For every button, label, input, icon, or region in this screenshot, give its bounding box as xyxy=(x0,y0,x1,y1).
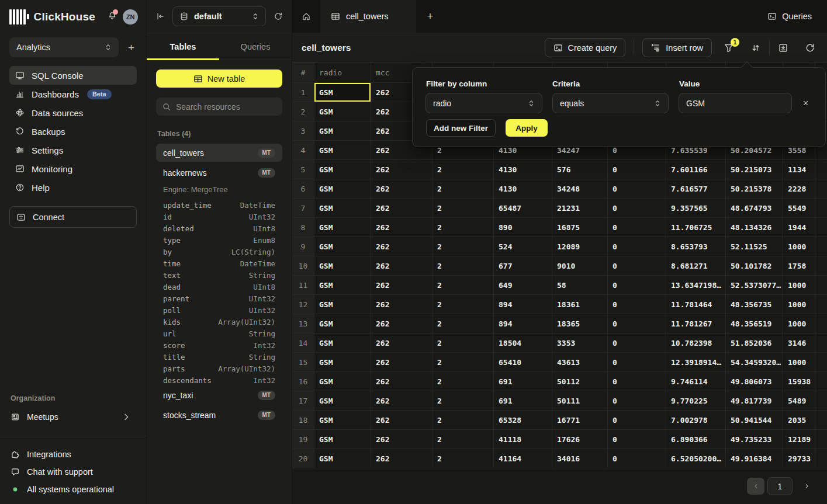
row-number[interactable]: 7 xyxy=(292,199,314,217)
grid-cell[interactable]: 49.916384 xyxy=(726,449,783,468)
grid-cell[interactable]: GSM xyxy=(314,141,371,159)
filter-button[interactable]: 1 xyxy=(724,43,734,53)
footer-item[interactable]: All systems operational xyxy=(9,481,137,498)
refresh-tables-icon[interactable] xyxy=(274,12,283,21)
grid-cell[interactable]: GSM xyxy=(314,353,371,371)
add-workspace-button[interactable]: + xyxy=(126,41,137,54)
grid-cell[interactable]: 16771 xyxy=(552,411,608,429)
grid-cell[interactable]: GSM xyxy=(314,391,371,410)
create-query-button[interactable]: Create query xyxy=(545,38,626,57)
grid-cell[interactable]: 0 xyxy=(608,179,666,198)
grid-cell[interactable]: 54.3459320… xyxy=(726,353,783,371)
prev-page-button[interactable] xyxy=(747,478,764,495)
grid-cell[interactable]: GSM xyxy=(314,199,371,217)
grid-cell[interactable]: 2 xyxy=(432,449,494,468)
explorer-tab[interactable]: Tables xyxy=(147,33,219,60)
grid-cell[interactable]: 50.215073 xyxy=(726,160,783,179)
grid-cell[interactable]: 50112 xyxy=(552,372,608,391)
grid-cell[interactable]: 1944 xyxy=(783,218,815,237)
grid-cell[interactable]: GSM xyxy=(314,237,371,256)
row-number[interactable]: 17 xyxy=(292,391,314,410)
grid-cell[interactable]: 48.674793 xyxy=(726,199,783,217)
grid-cell[interactable]: GSM xyxy=(314,333,371,352)
grid-cell[interactable]: 1000 xyxy=(783,237,815,256)
grid-header-cell[interactable]: # xyxy=(292,62,314,82)
filter-criteria-select[interactable]: equals xyxy=(552,93,669,113)
grid-cell[interactable]: 43613 xyxy=(552,353,608,371)
table-list-item[interactable]: stocks_stream MT xyxy=(156,406,282,424)
row-number[interactable]: 12 xyxy=(292,295,314,314)
grid-cell[interactable]: 12.3918914… xyxy=(666,353,726,371)
row-number[interactable]: 10 xyxy=(292,256,314,275)
grid-cell[interactable]: 262 xyxy=(371,314,432,333)
grid-cell[interactable]: 41164 xyxy=(494,449,552,468)
clickhouse-logo[interactable]: ClickHouse xyxy=(9,9,95,25)
grid-cell[interactable]: 2 xyxy=(432,237,494,256)
grid-cell[interactable]: 262 xyxy=(371,237,432,256)
grid-cell[interactable]: GSM xyxy=(314,256,371,275)
remove-filter-button[interactable] xyxy=(798,96,812,110)
row-number[interactable]: 3 xyxy=(292,121,314,140)
grid-cell[interactable]: 0 xyxy=(608,391,666,410)
grid-cell[interactable]: 2 xyxy=(432,276,494,294)
grid-cell[interactable]: 262 xyxy=(371,449,432,468)
grid-cell[interactable]: 9010 xyxy=(552,256,608,275)
grid-cell[interactable]: 262 xyxy=(371,333,432,352)
grid-cell[interactable]: 6.52050200… xyxy=(666,449,726,468)
grid-cell[interactable]: 1000 xyxy=(783,276,815,294)
grid-cell[interactable]: 2 xyxy=(432,199,494,217)
sort-button[interactable] xyxy=(750,43,761,53)
database-select[interactable]: default xyxy=(172,6,266,26)
grid-cell[interactable]: 262 xyxy=(371,160,432,179)
collapse-sidebar-icon[interactable] xyxy=(155,12,165,21)
grid-cell[interactable]: 5549 xyxy=(783,199,815,217)
row-number[interactable]: 16 xyxy=(292,372,314,391)
grid-cell[interactable]: 890 xyxy=(494,218,552,237)
download-button[interactable] xyxy=(778,43,788,53)
grid-cell[interactable]: 2 xyxy=(432,372,494,391)
row-number[interactable]: 6 xyxy=(292,179,314,198)
grid-cell[interactable]: 2 xyxy=(432,295,494,314)
grid-cell[interactable]: 50.941544 xyxy=(726,411,783,429)
grid-cell[interactable]: 649 xyxy=(494,276,552,294)
grid-cell[interactable]: 2 xyxy=(432,411,494,429)
grid-cell[interactable]: 18504 xyxy=(494,333,552,352)
grid-cell[interactable]: 7.601166 xyxy=(666,160,726,179)
grid-cell[interactable]: GSM xyxy=(314,411,371,429)
grid-cell[interactable]: GSM xyxy=(314,372,371,391)
grid-cell[interactable]: GSM xyxy=(314,218,371,237)
grid-cell[interactable]: 2228 xyxy=(783,179,815,198)
row-number[interactable]: 5 xyxy=(292,160,314,179)
row-number[interactable]: 2 xyxy=(292,102,314,121)
grid-cell[interactable]: 52.5373077… xyxy=(726,276,783,294)
grid-cell[interactable]: 8.653793 xyxy=(666,237,726,256)
grid-cell[interactable]: 262 xyxy=(371,256,432,275)
sidebar-item[interactable]: Monitoring xyxy=(9,159,137,178)
grid-cell[interactable]: 2 xyxy=(432,391,494,410)
grid-cell[interactable]: 5489 xyxy=(783,391,815,410)
new-tab-button[interactable]: + xyxy=(416,0,444,33)
grid-cell[interactable]: 262 xyxy=(371,276,432,294)
connect-button[interactable]: Connect xyxy=(9,206,137,228)
grid-cell[interactable]: 262 xyxy=(371,372,432,391)
grid-cell[interactable]: 4130 xyxy=(494,179,552,198)
grid-cell[interactable]: 0 xyxy=(608,333,666,352)
sidebar-item[interactable]: Data sources xyxy=(9,103,137,122)
grid-cell[interactable]: 51.852036 xyxy=(726,333,783,352)
grid-cell[interactable]: 18361 xyxy=(552,295,608,314)
insert-row-button[interactable]: Insert row xyxy=(642,38,712,57)
grid-cell[interactable]: 0 xyxy=(608,411,666,429)
grid-cell[interactable]: GSM xyxy=(314,160,371,179)
grid-cell[interactable]: 0 xyxy=(608,430,666,449)
grid-cell[interactable]: 4130 xyxy=(494,160,552,179)
grid-cell[interactable]: GSM xyxy=(314,449,371,468)
grid-cell[interactable]: 16875 xyxy=(552,218,608,237)
row-number[interactable]: 1 xyxy=(292,83,314,102)
grid-cell[interactable]: 0 xyxy=(608,237,666,256)
grid-cell[interactable]: 691 xyxy=(494,391,552,410)
grid-cell[interactable]: 576 xyxy=(552,160,608,179)
grid-cell[interactable]: 2 xyxy=(432,314,494,333)
grid-cell[interactable]: 52.11525 xyxy=(726,237,783,256)
footer-item[interactable]: Integrations xyxy=(9,446,137,463)
grid-cell[interactable]: 1000 xyxy=(783,295,815,314)
